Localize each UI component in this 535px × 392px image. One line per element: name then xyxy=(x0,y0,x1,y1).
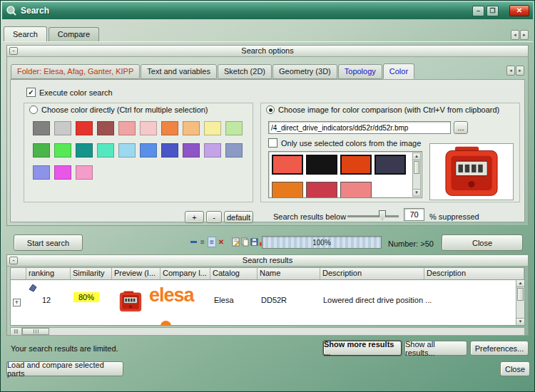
color-swatch-r2c0[interactable] xyxy=(33,165,50,180)
browse-image-button[interactable]: ... xyxy=(454,121,468,134)
choose-image-radio[interactable]: Choose image for color comparison (with … xyxy=(266,105,499,114)
show-all-results-button[interactable]: Show all results... xyxy=(404,341,467,356)
slider-thumb[interactable] xyxy=(379,210,386,220)
show-more-results-button[interactable]: Show more results ... xyxy=(323,341,402,356)
close-search-button[interactable]: Close xyxy=(442,234,523,251)
scrollbar-thumb[interactable] xyxy=(22,328,49,335)
results-horizontal-scrollbar[interactable] xyxy=(10,327,525,336)
start-search-button[interactable]: Start search xyxy=(14,234,83,251)
color-swatch-r1c3[interactable] xyxy=(97,143,114,158)
color-swatch-r1c4[interactable] xyxy=(118,143,136,158)
color-swatch-r0c2[interactable] xyxy=(76,121,93,135)
scroll-up-icon[interactable]: ▲ xyxy=(413,153,420,160)
ranking-value: 12 xyxy=(42,296,51,304)
maximize-button[interactable]: ❐ xyxy=(486,6,499,16)
row-expander-icon[interactable]: + xyxy=(13,299,21,306)
image-color-1[interactable] xyxy=(306,155,337,175)
results-column-2[interactable]: Similarity xyxy=(71,268,112,280)
color-swatch-r1c1[interactable] xyxy=(54,143,71,158)
color-swatch-r0c0[interactable] xyxy=(33,121,50,135)
color-swatch-r2c1[interactable] xyxy=(54,165,71,180)
options-tab-1[interactable]: Text and variables xyxy=(141,64,217,79)
scrollbar-thumb[interactable] xyxy=(517,288,524,301)
load-and-compare-button[interactable]: Load and compare selected parts xyxy=(6,361,123,376)
results-column-1[interactable]: ranking xyxy=(26,268,71,280)
results-vertical-scrollbar[interactable]: ▲ ▼ xyxy=(516,280,524,325)
details-view-icon[interactable]: ≡ xyxy=(208,237,216,247)
options-tab-2[interactable]: Sketch (2D) xyxy=(218,64,272,79)
color-swatch-r1c2[interactable] xyxy=(76,143,93,158)
titlebar: Search – ❐ ✕ xyxy=(2,2,533,19)
options-tab-0[interactable]: Folder: Elesa, Afag, Ganter, KIPP xyxy=(11,64,140,79)
scroll-down-icon[interactable]: ▼ xyxy=(413,189,420,196)
options-tab-scroll-left-icon[interactable]: ◄ xyxy=(506,66,515,76)
execute-color-search-checkbox[interactable]: ✓ Execute color search xyxy=(26,88,113,97)
color-swatch-r0c1[interactable] xyxy=(54,121,71,135)
results-column-3[interactable]: Preview (I... xyxy=(112,268,160,280)
results-column-0[interactable] xyxy=(11,268,26,280)
image-color-3[interactable] xyxy=(374,155,406,175)
image-color-partial-1[interactable] xyxy=(306,182,337,198)
results-column-6[interactable]: Name xyxy=(258,268,320,280)
footer-close-button[interactable]: Close xyxy=(500,361,530,376)
scrollbar-thumb[interactable] xyxy=(414,161,419,174)
image-path-input[interactable] xyxy=(268,121,451,134)
tab-search[interactable]: Search xyxy=(4,26,47,41)
color-swatch-r0c9[interactable] xyxy=(225,121,243,135)
color-swatch-r0c7[interactable] xyxy=(183,121,200,135)
add-color-button[interactable]: + xyxy=(185,211,204,223)
collapse-search-options-button[interactable]: - xyxy=(9,47,18,55)
scroll-up-icon[interactable]: ▲ xyxy=(516,280,524,287)
options-tab-4[interactable]: Topology xyxy=(338,64,382,79)
color-swatch-r1c6[interactable] xyxy=(161,143,178,158)
only-selected-colors-checkbox[interactable]: Only use selected colors from the image xyxy=(268,138,421,148)
options-tab-3[interactable]: Geometry (3D) xyxy=(272,64,337,79)
results-column-8[interactable]: Description xyxy=(424,268,524,280)
image-color-partial-0[interactable] xyxy=(272,182,303,198)
collapse-icon[interactable] xyxy=(189,237,198,247)
catalog-value: Elesa xyxy=(214,296,234,304)
edit-doc-icon[interactable] xyxy=(231,237,240,247)
options-tab-5[interactable]: Color xyxy=(383,63,414,79)
results-column-7[interactable]: Description xyxy=(320,268,424,280)
collapse-search-results-button[interactable]: - xyxy=(9,257,18,264)
delete-icon[interactable]: ✕ xyxy=(217,237,225,247)
color-swatch-r1c7[interactable] xyxy=(183,143,200,158)
splitter-grip[interactable] xyxy=(11,328,22,335)
color-swatch-r0c6[interactable] xyxy=(161,121,178,135)
color-swatch-r0c4[interactable] xyxy=(118,121,136,135)
image-colors-scrollbar[interactable]: ▲ ▼ xyxy=(412,153,421,197)
color-swatch-r1c5[interactable] xyxy=(140,143,157,158)
preferences-button[interactable]: Preferences... xyxy=(470,341,529,356)
save-icon[interactable] xyxy=(250,237,258,247)
image-color-0[interactable] xyxy=(272,155,303,175)
minimize-button[interactable]: – xyxy=(472,6,484,16)
image-color-partial-2[interactable] xyxy=(340,182,372,198)
radio-mark xyxy=(29,105,38,114)
tab-compare[interactable]: Compare xyxy=(49,27,99,41)
list-view-icon[interactable]: ≡ xyxy=(198,237,207,247)
remove-color-button[interactable]: - xyxy=(206,211,222,223)
tab-scroll-left-icon[interactable]: ◄ xyxy=(511,30,519,40)
choose-color-directly-radio[interactable]: Choose color directly (Ctrl for multiple… xyxy=(29,105,208,114)
close-window-button[interactable]: ✕ xyxy=(509,5,529,16)
tab-scroll-right-icon[interactable]: ► xyxy=(520,30,529,40)
color-swatch-r2c2[interactable] xyxy=(76,165,93,180)
scroll-down-icon[interactable]: ▼ xyxy=(516,318,524,325)
color-swatch-r1c0[interactable] xyxy=(33,143,50,158)
image-colors-box: ▲ ▼ xyxy=(268,151,422,198)
suppress-value-input[interactable] xyxy=(404,208,424,221)
default-colors-button[interactable]: default xyxy=(224,211,253,223)
color-swatch-r0c3[interactable] xyxy=(97,121,114,135)
options-tab-scroll-right-icon[interactable]: ► xyxy=(516,66,524,76)
results-column-4[interactable]: Company l... xyxy=(160,268,210,280)
color-swatch-r0c5[interactable] xyxy=(140,121,157,135)
image-compare-group: Choose image for color comparison (with … xyxy=(260,103,520,202)
color-swatch-r1c9[interactable] xyxy=(225,143,243,158)
suppress-slider[interactable] xyxy=(347,210,399,222)
image-color-2[interactable] xyxy=(340,155,372,175)
copy-doc-icon[interactable] xyxy=(240,237,249,247)
color-swatch-r1c8[interactable] xyxy=(204,143,221,158)
color-swatch-r0c8[interactable] xyxy=(204,121,221,135)
results-column-5[interactable]: Catalog xyxy=(210,268,258,280)
